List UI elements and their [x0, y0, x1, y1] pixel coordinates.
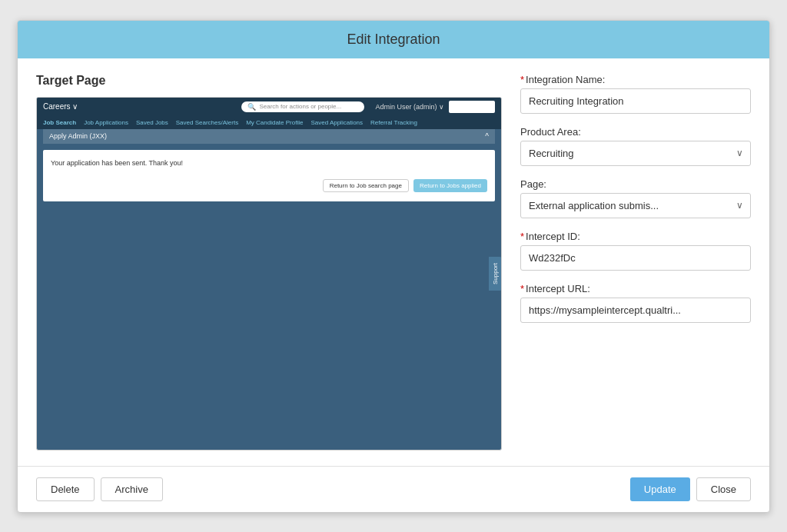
intercept-url-input[interactable] — [520, 298, 751, 323]
modal-header: Edit Integration — [18, 21, 769, 58]
mini-content-area: Apply Admin (JXX) ^ Your application has… — [37, 129, 501, 201]
mini-search-box: 🔍 Search for actions or people... — [241, 101, 364, 112]
integration-name-group: *Integration Name: — [520, 74, 751, 114]
product-area-select[interactable]: Recruiting Core HR Talent Benefits — [520, 141, 751, 166]
mini-search-placeholder: Search for actions or people... — [259, 103, 341, 110]
integration-name-input[interactable] — [520, 88, 751, 114]
integration-name-required-marker: * — [520, 74, 524, 85]
preview-frame: Careers ∨ 🔍 Search for actions or people… — [36, 97, 502, 451]
modal-title: Edit Integration — [347, 32, 440, 47]
intercept-url-label: *Intercept URL: — [520, 283, 751, 294]
update-button[interactable]: Update — [630, 477, 690, 501]
mini-buttons: Return to Job search page Return to Jobs… — [51, 179, 487, 192]
right-panel: *Integration Name: Product Area: Recruit… — [520, 74, 751, 451]
mini-nav-referral: Referral Tracking — [370, 119, 417, 126]
left-panel: Target Page Careers ∨ 🔍 Search for actio… — [36, 74, 502, 451]
archive-button[interactable]: Archive — [101, 477, 163, 501]
mini-user-area: Admin User (admin) ∨ — [375, 103, 444, 111]
mini-confirmation-text: Your application has been sent. Thank yo… — [51, 159, 487, 167]
mini-applicant-bar: Apply Admin (JXX) ^ — [43, 129, 495, 144]
intercept-id-required-marker: * — [520, 231, 524, 242]
page-select-wrapper: External application submis... Job Searc… — [520, 193, 751, 218]
mini-sidebar-tab: Support — [489, 256, 502, 290]
intercept-id-label: *Intercept ID: — [520, 231, 751, 242]
mini-nav-saved-jobs: Saved Jobs — [136, 119, 168, 126]
mini-browser-bar: Careers ∨ 🔍 Search for actions or people… — [37, 98, 501, 116]
page-select[interactable]: External application submis... Job Searc… — [520, 193, 751, 218]
product-area-select-wrapper: Recruiting Core HR Talent Benefits — [520, 141, 751, 166]
close-button[interactable]: Close — [696, 477, 751, 501]
page-group: Page: External application submis... Job… — [520, 178, 751, 218]
intercept-url-group: *Intercept URL: — [520, 283, 751, 323]
modal-footer: Delete Archive Update Close — [18, 466, 769, 512]
page-label: Page: — [520, 178, 751, 190]
edit-integration-modal: Edit Integration Target Page Careers ∨ 🔍… — [17, 20, 770, 513]
intercept-url-required-marker: * — [520, 283, 524, 294]
mini-return-applied-button[interactable]: Return to Jobs applied — [413, 179, 487, 192]
mini-search-icon: 🔍 — [247, 103, 256, 111]
mini-nav-saved-searches: Saved Searches/Alerts — [176, 119, 238, 126]
modal-body: Target Page Careers ∨ 🔍 Search for actio… — [18, 58, 769, 466]
mini-nav: Job Search Job Applications Saved Jobs S… — [37, 116, 501, 129]
mini-nav-candidate-profile: My Candidate Profile — [246, 119, 303, 126]
mini-nav-job-search: Job Search — [43, 119, 76, 126]
intercept-id-group: *Intercept ID: — [520, 231, 751, 271]
mini-nav-saved-applications: Saved Applications — [310, 119, 363, 126]
mini-chevron-icon: ^ — [485, 132, 489, 141]
integration-name-label: *Integration Name: — [520, 74, 751, 85]
footer-left: Delete Archive — [36, 477, 163, 501]
product-area-label: Product Area: — [520, 126, 751, 138]
product-area-group: Product Area: Recruiting Core HR Talent … — [520, 126, 751, 166]
intercept-id-input[interactable] — [520, 245, 751, 271]
footer-right: Update Close — [630, 477, 751, 501]
mini-confirmation-card: Your application has been sent. Thank yo… — [43, 150, 495, 201]
mini-logo-box — [449, 101, 495, 113]
mini-careers-label: Careers ∨ — [43, 102, 78, 111]
section-title: Target Page — [36, 74, 502, 88]
mini-nav-job-applications: Job Applications — [84, 119, 128, 126]
mini-applicant-name: Apply Admin (JXX) — [49, 132, 107, 140]
delete-button[interactable]: Delete — [36, 477, 95, 501]
mini-return-search-button[interactable]: Return to Job search page — [323, 179, 409, 192]
